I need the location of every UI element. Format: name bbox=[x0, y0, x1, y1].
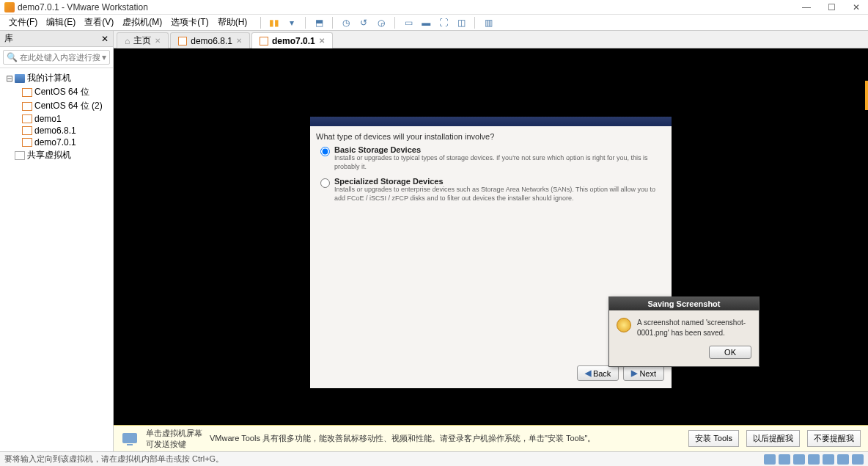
tabs-row: ⌂ 主页 ✕ demo6.8.1 ✕ demo7.0.1 ✕ bbox=[114, 31, 868, 48]
vm-tree: ⊟ 我的计算机 CentOS 64 位 CentOS 64 位 (2) demo… bbox=[0, 68, 113, 451]
sidebar-header: 库 ✕ bbox=[0, 31, 113, 47]
tree-item[interactable]: CentOS 64 位 (2) bbox=[1, 99, 111, 113]
status-icons bbox=[764, 454, 864, 465]
titlebar: demo7.0.1 - VMware Workstation — ☐ ✕ bbox=[0, 0, 868, 15]
screenshot-dialog: Saving Screenshot A screenshot named 'sc… bbox=[608, 296, 760, 367]
back-button[interactable]: ◀Back bbox=[577, 365, 619, 381]
home-icon: ⌂ bbox=[125, 36, 130, 46]
dropdown-icon[interactable]: ▾ bbox=[284, 16, 299, 29]
vm-icon bbox=[22, 114, 32, 123]
revert-icon[interactable]: ↺ bbox=[356, 16, 371, 29]
device-icon[interactable] bbox=[808, 454, 820, 465]
next-button[interactable]: ▶Next bbox=[623, 365, 664, 381]
install-tools-button[interactable]: 安装 Tools bbox=[688, 430, 739, 447]
search-row: 🔍 ▾ bbox=[0, 47, 113, 68]
statusbar: 要将输入定向到该虚拟机，请在虚拟机内部单击或按 Ctrl+G。 bbox=[0, 451, 868, 466]
unity-icon[interactable]: ◫ bbox=[454, 16, 468, 29]
close-button[interactable]: ✕ bbox=[849, 2, 864, 12]
vm-icon bbox=[22, 138, 32, 147]
fullscreen-icon[interactable]: ⛶ bbox=[436, 16, 451, 29]
scrollbar-indicator[interactable] bbox=[865, 81, 868, 110]
option-basic-storage[interactable]: Basic Storage Devices Installs or upgrad… bbox=[320, 145, 666, 171]
computer-icon bbox=[15, 74, 25, 83]
radio-specialized[interactable] bbox=[320, 178, 330, 188]
device-icon[interactable] bbox=[764, 454, 776, 465]
tree-item[interactable]: CentOS 64 位 bbox=[1, 85, 111, 99]
never-remind-button[interactable]: 不要提醒我 bbox=[807, 430, 861, 447]
shared-icon bbox=[15, 151, 25, 160]
tree-item[interactable]: demo6.8.1 bbox=[1, 125, 111, 136]
install-question: What type of devices will your installat… bbox=[316, 132, 666, 141]
tree-shared[interactable]: 共享虚拟机 bbox=[1, 148, 111, 162]
tree-item[interactable]: demo7.0.1 bbox=[1, 136, 111, 148]
status-text: 要将输入定向到该虚拟机，请在虚拟机内部单击或按 Ctrl+G。 bbox=[4, 454, 764, 465]
device-icon[interactable] bbox=[837, 454, 849, 465]
svg-rect-1 bbox=[127, 444, 133, 445]
console-icon[interactable]: ▬ bbox=[419, 16, 433, 29]
vm-icon bbox=[22, 88, 32, 97]
send-icon[interactable]: ⬒ bbox=[312, 16, 326, 29]
tab-close-icon[interactable]: ✕ bbox=[319, 37, 325, 45]
tree-root-mycomputer[interactable]: ⊟ 我的计算机 bbox=[1, 71, 111, 85]
installer-window: What type of devices will your installat… bbox=[310, 117, 672, 388]
tab-close-icon[interactable]: ✕ bbox=[155, 37, 161, 45]
app-icon bbox=[4, 2, 15, 12]
menu-edit[interactable]: 编辑(E) bbox=[42, 15, 80, 30]
dialog-message: A screenshot named 'screenshot-0001.png'… bbox=[637, 318, 751, 338]
menu-tabs[interactable]: 选项卡(T) bbox=[166, 15, 213, 30]
tab-vm-active[interactable]: demo7.0.1 ✕ bbox=[251, 32, 333, 48]
menubar: 文件(F) 编辑(E) 查看(V) 虚拟机(M) 选项卡(T) 帮助(H) ▮▮… bbox=[0, 15, 868, 31]
tree-item[interactable]: demo1 bbox=[1, 113, 111, 125]
device-icon[interactable] bbox=[779, 454, 790, 465]
arrow-right-icon: ▶ bbox=[631, 368, 637, 378]
search-icon: 🔍 bbox=[7, 52, 18, 62]
menu-view[interactable]: 查看(V) bbox=[80, 15, 118, 30]
main-area: 库 ✕ 🔍 ▾ ⊟ 我的计算机 CentOS 64 位 CentOS 64 位 … bbox=[0, 31, 868, 451]
manage-icon[interactable]: ◶ bbox=[374, 16, 389, 29]
maximize-button[interactable]: ☐ bbox=[824, 2, 839, 12]
svg-rect-0 bbox=[122, 433, 137, 443]
menu-help[interactable]: 帮助(H) bbox=[213, 15, 252, 30]
window-controls: — ☐ ✕ bbox=[799, 2, 864, 12]
radio-basic[interactable] bbox=[320, 147, 330, 156]
info-message: VMware Tools 具有很多功能，能改善鼠标移动性、视频和性能。请登录客户… bbox=[210, 433, 681, 444]
remind-later-button[interactable]: 以后提醒我 bbox=[746, 430, 800, 447]
info-icon bbox=[121, 430, 139, 448]
vm-icon bbox=[22, 126, 32, 135]
option-specialized-storage[interactable]: Specialized Storage Devices Installs or … bbox=[320, 177, 666, 203]
lightbulb-icon bbox=[617, 318, 631, 332]
snapshot-icon[interactable]: ◷ bbox=[339, 16, 353, 29]
infobar: 单击虚拟机屏幕 可发送按键 VMware Tools 具有很多功能，能改善鼠标移… bbox=[114, 425, 868, 451]
menu-file[interactable]: 文件(F) bbox=[4, 15, 42, 30]
vm-icon bbox=[260, 37, 268, 45]
installer-header bbox=[310, 117, 672, 126]
content-area: ⌂ 主页 ✕ demo6.8.1 ✕ demo7.0.1 ✕ What type… bbox=[114, 31, 868, 451]
minimize-button[interactable]: — bbox=[799, 2, 814, 12]
sidebar: 库 ✕ 🔍 ▾ ⊟ 我的计算机 CentOS 64 位 CentOS 64 位 … bbox=[0, 31, 114, 451]
toolbar: ▮▮ ▾ ⬒ ◷ ↺ ◶ ▭ ▬ ⛶ ◫ ▥ bbox=[257, 16, 496, 29]
arrow-left-icon: ◀ bbox=[585, 368, 591, 378]
tab-vm[interactable]: demo6.8.1 ✕ bbox=[170, 32, 250, 48]
vm-console[interactable]: What type of devices will your installat… bbox=[114, 48, 868, 425]
device-icon[interactable] bbox=[852, 454, 864, 465]
search-input[interactable] bbox=[20, 53, 100, 62]
tab-close-icon[interactable]: ✕ bbox=[236, 37, 242, 45]
vm-icon bbox=[22, 102, 32, 111]
fit-icon[interactable]: ▭ bbox=[401, 16, 416, 29]
device-icon[interactable] bbox=[823, 454, 834, 465]
info-hint: 单击虚拟机屏幕 可发送按键 bbox=[146, 428, 202, 449]
sidebar-close-icon[interactable]: ✕ bbox=[101, 34, 108, 44]
menu-vm[interactable]: 虚拟机(M) bbox=[118, 15, 166, 30]
device-icon[interactable] bbox=[793, 454, 805, 465]
pause-icon[interactable]: ▮▮ bbox=[267, 16, 282, 29]
library-icon[interactable]: ▥ bbox=[481, 16, 496, 29]
sidebar-title: 库 bbox=[4, 32, 101, 45]
vm-icon bbox=[178, 37, 187, 45]
window-title: demo7.0.1 - VMware Workstation bbox=[18, 2, 799, 12]
dialog-title: Saving Screenshot bbox=[609, 297, 759, 310]
search-dropdown-icon[interactable]: ▾ bbox=[102, 52, 106, 62]
tab-home[interactable]: ⌂ 主页 ✕ bbox=[117, 32, 169, 48]
ok-button[interactable]: OK bbox=[709, 346, 751, 359]
